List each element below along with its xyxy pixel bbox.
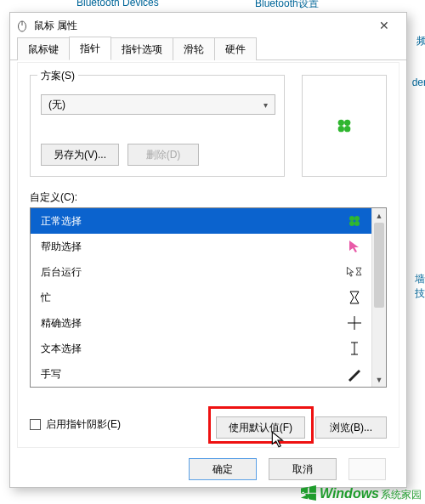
delete-button: 删除(D): [128, 144, 199, 166]
mouse-icon: [15, 19, 29, 32]
svg-point-9: [354, 221, 360, 226]
list-item-normal-select[interactable]: 正常选择: [31, 208, 371, 234]
arrow-hourglass-icon: [346, 263, 363, 280]
tab-wheel[interactable]: 滑轮: [173, 37, 215, 60]
list-item-label: 手写: [41, 367, 61, 382]
list-item-handwriting[interactable]: 手写: [31, 361, 371, 387]
scheme-select[interactable]: (无) ▾: [41, 94, 275, 115]
svg-point-7: [354, 216, 360, 221]
apply-button-partial[interactable]: [348, 458, 386, 480]
scheme-legend: 方案(S): [37, 69, 78, 83]
dialog-button-row: 确定 取消: [189, 458, 386, 480]
svg-point-8: [349, 221, 354, 226]
list-item-precision-select[interactable]: 精确选择: [31, 310, 371, 336]
list-item-label: 后台运行: [41, 265, 82, 280]
svg-point-3: [344, 120, 350, 126]
use-defaults-button[interactable]: 使用默认值(F): [216, 416, 305, 439]
clover-green-icon: [346, 212, 363, 229]
tab-buttons[interactable]: 鼠标键: [17, 37, 70, 60]
list-item-label: 正常选择: [41, 214, 82, 229]
svg-point-5: [344, 126, 350, 132]
tab-pointer-options[interactable]: 指针选项: [110, 37, 173, 60]
customize-label: 自定义(C):: [30, 190, 77, 205]
bg-right-text-3: 墙技: [415, 272, 425, 301]
listbox-scrollbar[interactable]: ▲ ▼: [371, 208, 386, 387]
list-item-help-select[interactable]: 帮助选择: [31, 234, 371, 259]
scheme-fieldset: 方案(S) (无) ▾ 另存为(V)... 删除(D): [30, 75, 285, 177]
scroll-thumb[interactable]: [374, 223, 384, 308]
crosshair-icon: [346, 314, 363, 331]
svg-point-4: [338, 126, 344, 132]
watermark-sub: 系统家园: [381, 489, 422, 501]
watermark: Windows系统家园: [301, 485, 422, 502]
list-item-label: 忙: [41, 291, 51, 305]
scroll-up-icon[interactable]: ▲: [372, 208, 386, 223]
pen-icon: [346, 365, 363, 382]
svg-point-6: [349, 216, 354, 221]
cursor-preview: [302, 75, 387, 177]
list-item-label: 精确选择: [41, 316, 82, 331]
clover-green-icon: [335, 116, 354, 135]
cancel-button[interactable]: 取消: [269, 458, 337, 480]
checkbox-box[interactable]: [30, 419, 41, 430]
tabstrip: 鼠标键 指针 指针选项 滑轮 硬件: [10, 38, 406, 60]
browse-button[interactable]: 浏览(B)...: [315, 416, 387, 439]
svg-point-2: [338, 120, 344, 126]
list-item-busy[interactable]: 忙: [31, 285, 371, 310]
ok-button[interactable]: 确定: [189, 458, 257, 480]
list-item-text-select[interactable]: 文本选择: [31, 336, 371, 361]
tab-hardware[interactable]: 硬件: [214, 37, 257, 60]
close-button[interactable]: ✕: [367, 14, 401, 37]
pointers-panel: 方案(S) (无) ▾ 另存为(V)... 删除(D) 自定义(C): 正常选择: [17, 62, 400, 448]
watermark-brand: Windows: [320, 486, 379, 501]
windows-logo-icon: [301, 485, 316, 501]
bg-right-text-1: 频: [416, 34, 425, 48]
titlebar: 鼠标 属性 ✕: [10, 13, 406, 38]
chevron-down-icon: ▾: [264, 100, 268, 110]
scroll-down-icon[interactable]: ▼: [372, 372, 386, 387]
hourglass-icon: [346, 289, 363, 306]
list-item-label: 帮助选择: [41, 240, 82, 254]
mouse-properties-dialog: 鼠标 属性 ✕ 鼠标键 指针 指针选项 滑轮 硬件 方案(S) (无) ▾ 另存…: [9, 12, 407, 488]
dialog-title: 鼠标 属性: [34, 19, 367, 33]
list-item-working-background[interactable]: 后台运行: [31, 259, 371, 285]
pointer-pink-icon: [346, 238, 363, 255]
bg-right-text-2: der: [412, 76, 425, 88]
pointer-shadow-checkbox[interactable]: 启用指针阴影(E): [30, 417, 121, 432]
bg-bluetooth-devices: Bluetooth Devices: [76, 0, 159, 8]
cursor-listbox[interactable]: 正常选择 帮助选择 后台运行: [30, 207, 387, 388]
scheme-selected-value: (无): [48, 98, 65, 112]
checkbox-label: 启用指针阴影(E): [46, 417, 121, 432]
bg-bluetooth-settings: Bluetooth设置: [255, 0, 319, 11]
ibeam-icon: [346, 340, 363, 357]
list-item-label: 文本选择: [41, 342, 82, 356]
tab-pointers[interactable]: 指针: [69, 37, 111, 60]
save-as-button[interactable]: 另存为(V)...: [41, 144, 119, 166]
